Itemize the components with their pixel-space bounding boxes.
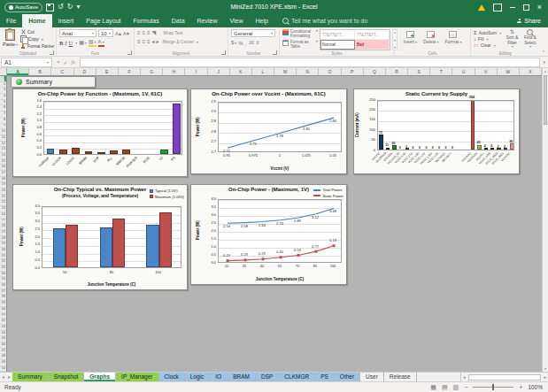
row-header-4[interactable]: 4	[0, 94, 6, 100]
menu-tab-file[interactable]: File	[0, 14, 22, 27]
paste-button[interactable]: Paste▾	[3, 29, 18, 49]
increase-font-icon[interactable]: A▴	[115, 30, 121, 37]
column-header-M[interactable]: M	[274, 68, 297, 75]
chart-power-by-function[interactable]: On-Chip Power by Function - (Maximum, 1V…	[12, 88, 188, 177]
borders-icon[interactable]: ▦▾	[79, 39, 87, 47]
column-header-T[interactable]: T	[430, 68, 452, 75]
sheet-tab-dsp[interactable]: DSP	[256, 373, 279, 381]
row-header-43[interactable]: 43	[0, 325, 6, 331]
cancel-icon[interactable]: ×	[57, 59, 60, 65]
sheet-tab-bram[interactable]: BRAM	[228, 373, 256, 381]
conditional-formatting-button[interactable]: Conditional Formatting▾	[282, 29, 318, 38]
row-header-9[interactable]: 9	[0, 124, 6, 130]
bold-button[interactable]: B	[59, 40, 63, 46]
sheet-tab-ps[interactable]: PS	[315, 373, 335, 381]
align-left-icon[interactable]: ≡	[137, 38, 141, 45]
row-header-7[interactable]: 7	[0, 111, 6, 118]
row-header-6[interactable]: 6	[0, 105, 6, 111]
page-break-view-icon[interactable]: ▥	[453, 383, 459, 392]
minimize-button[interactable]	[510, 7, 515, 8]
row-header-31[interactable]: 31	[0, 254, 6, 260]
bar-85-1[interactable]	[112, 219, 125, 268]
row-header-34[interactable]: 34	[0, 272, 6, 278]
expand-formula-bar-icon[interactable]: ▾	[540, 59, 548, 65]
bar-ps[interactable]	[173, 104, 181, 154]
font-name-select[interactable]: Arial▾	[59, 29, 96, 37]
row-header-39[interactable]: 39	[0, 301, 6, 307]
align-center-icon[interactable]: ≡	[143, 38, 146, 45]
menu-tab-review[interactable]: Review	[191, 14, 224, 27]
close-button[interactable]: ×	[537, 4, 542, 12]
cell-style-normal[interactable]: Normal	[320, 40, 355, 50]
enter-icon[interactable]: ✓	[64, 59, 68, 65]
row-header-23[interactable]: 23	[0, 206, 6, 212]
row-header-3[interactable]: 3	[0, 88, 6, 94]
cell-style-preview-1[interactable]: 77&77&77...	[320, 30, 355, 40]
decrease-font-icon[interactable]: A▾	[123, 30, 129, 37]
bar-pll[interactable]	[110, 150, 118, 154]
bar-85-0[interactable]	[100, 227, 112, 268]
sheet-tab-user[interactable]: User	[360, 373, 384, 381]
scroll-right-icon[interactable]: ▸	[542, 374, 548, 380]
clear-button[interactable]: ▭Clear▾	[474, 42, 501, 48]
ribbon-display-options-icon[interactable]	[493, 4, 502, 12]
row-header-37[interactable]: 37	[0, 289, 6, 296]
share-button[interactable]: Share	[517, 14, 548, 27]
menu-tab-data[interactable]: Data	[166, 14, 191, 27]
vertical-scrollbar-thumb[interactable]	[544, 75, 547, 125]
row-header-33[interactable]: 33	[0, 265, 6, 272]
horizontal-scrollbar-thumb[interactable]	[468, 374, 542, 380]
row-header-15[interactable]: 15	[0, 159, 6, 165]
sheet-tab-ip_manager[interactable]: IP_Manager	[116, 373, 158, 381]
zoom-out-icon[interactable]: −	[464, 384, 467, 390]
insert-function-icon[interactable]: fx	[72, 59, 75, 65]
bar-leakage[interactable]	[47, 149, 55, 154]
fill-color-icon[interactable]: ▨▾	[89, 39, 96, 47]
sheet-tab-graphs[interactable]: Graphs	[84, 373, 116, 381]
column-header-U[interactable]: U	[452, 68, 475, 75]
column-header-I[interactable]: I	[185, 68, 207, 75]
row-header-30[interactable]: 30	[0, 248, 6, 254]
column-header-J[interactable]: J	[208, 68, 230, 75]
row-header-22[interactable]: 22	[0, 200, 6, 206]
row-header-16[interactable]: 16	[0, 165, 6, 171]
cut-button[interactable]: Cut	[20, 29, 54, 35]
sort-filter-button[interactable]: ⇅ Sort & Filter▾	[505, 29, 519, 50]
column-header-L[interactable]: L	[252, 68, 274, 75]
merge-center-button[interactable]: Merge & Center	[163, 39, 194, 44]
bar-io[interactable]	[160, 150, 168, 154]
row-header-24[interactable]: 24	[0, 212, 6, 219]
customize-quick-access-icon[interactable]: ▾	[76, 4, 80, 11]
tell-me-search[interactable]: Tell me what you want to do	[282, 14, 367, 27]
row-header-46[interactable]: 46	[0, 342, 6, 349]
row-header-38[interactable]: 38	[0, 295, 6, 301]
row-header-26[interactable]: 26	[0, 224, 6, 230]
sheet-tab-clock[interactable]: Clock	[159, 373, 185, 381]
sheet-tab-io[interactable]: IO	[210, 373, 228, 381]
formula-input[interactable]	[80, 58, 541, 67]
row-header-12[interactable]: 12	[0, 142, 6, 148]
zoom-in-icon[interactable]: +	[519, 384, 522, 390]
column-header-A[interactable]: A	[7, 68, 29, 75]
sheet-tab-summary[interactable]: Summary	[12, 373, 49, 381]
name-box[interactable]: A1▾	[1, 58, 52, 67]
accounting-format-icon[interactable]: $▾	[231, 39, 236, 47]
redo-icon[interactable]: ↻	[67, 4, 73, 11]
column-header-N[interactable]: N	[297, 68, 319, 75]
fill-button[interactable]: ↓Fill▾	[474, 36, 501, 42]
scroll-down-icon[interactable]: ▾	[543, 365, 548, 372]
row-header-41[interactable]: 41	[0, 313, 6, 319]
normal-view-icon[interactable]: ▦	[430, 383, 436, 392]
row-header-20[interactable]: 20	[0, 188, 6, 195]
menu-tab-page-layout[interactable]: Page Layout	[80, 14, 127, 27]
row-header-1[interactable]: 1	[0, 76, 6, 82]
bar-100-1[interactable]	[159, 212, 172, 267]
collapse-ribbon-icon[interactable]: ^	[543, 50, 544, 55]
column-header-O[interactable]: O	[319, 68, 341, 75]
row-header-27[interactable]: 27	[0, 230, 6, 236]
row-header-2[interactable]: 2	[0, 82, 6, 88]
find-select-button[interactable]: Find & Select▾	[523, 29, 537, 50]
cell-style-preview-2[interactable]: 77&77&77...	[355, 30, 390, 40]
worksheet-area[interactable]: Summary On-Chip Power by Function - (Max…	[7, 76, 542, 372]
row-header-48[interactable]: 48	[0, 354, 6, 360]
